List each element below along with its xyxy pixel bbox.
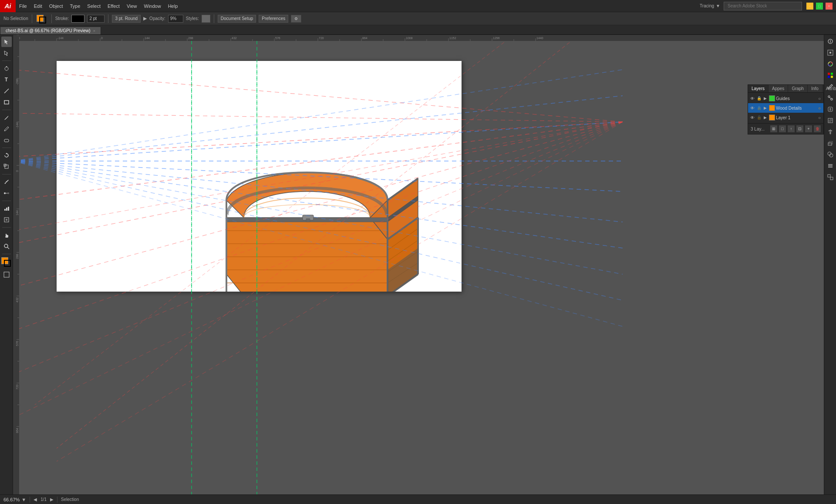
pencil-tool[interactable] xyxy=(1,124,12,134)
pen-tool[interactable] xyxy=(1,63,12,74)
rotate-tool[interactable] xyxy=(1,150,12,161)
delete-layer-button[interactable]: 🗑 xyxy=(814,125,821,132)
appearance-icon[interactable] xyxy=(826,116,835,125)
artboard-nav-next[interactable]: ▶ xyxy=(50,497,54,502)
change-screen-mode[interactable] xyxy=(1,269,12,280)
stroke-color-box[interactable] xyxy=(4,260,11,267)
new-layer-button[interactable]: + xyxy=(805,125,812,132)
move-to-layer-button[interactable]: ↑ xyxy=(788,125,795,132)
scale-tool[interactable] xyxy=(1,161,12,172)
minimize-button[interactable]: − xyxy=(806,3,813,10)
styles-swatch[interactable] xyxy=(202,15,210,23)
close-button[interactable]: × xyxy=(826,3,833,10)
attrib-tab[interactable]: Attrib xyxy=(823,85,836,92)
menu-window[interactable]: Window xyxy=(141,0,165,12)
layer-target-layer1[interactable]: ○ xyxy=(816,115,823,120)
search-stock-input[interactable] xyxy=(724,2,802,10)
fill-stroke-boxes xyxy=(1,257,12,268)
menu-object[interactable]: Object xyxy=(46,0,67,12)
menu-effect[interactable]: Effect xyxy=(104,0,123,12)
zoom-tool[interactable] xyxy=(1,241,12,252)
menu-edit[interactable]: Edit xyxy=(30,0,46,12)
artboards-icon[interactable] xyxy=(826,172,835,182)
hand-tool[interactable] xyxy=(1,230,12,240)
graph-tab[interactable]: Graph xyxy=(788,85,808,92)
eyedropper-tool[interactable] xyxy=(1,177,12,187)
layer-row-wood-details[interactable]: 👁 🔒 ▶ Wood Details ○ xyxy=(748,103,823,113)
layer-expand-layer1[interactable]: ▶ xyxy=(762,115,768,120)
svg-rect-58 xyxy=(13,35,19,494)
appes-tab[interactable]: Appes xyxy=(769,85,788,92)
layer-expand-wood[interactable]: ▶ xyxy=(762,106,768,110)
document-tab[interactable]: chest-BS.ai @ 66.67% (RGB/GPU Preview) × xyxy=(0,27,101,34)
stroke-color-swatch[interactable] xyxy=(71,15,84,23)
layers-tab[interactable]: Layers xyxy=(748,85,769,92)
layer-name-layer1: Layer 1 xyxy=(776,115,816,120)
color-icon[interactable] xyxy=(826,59,835,69)
graph-tool[interactable] xyxy=(1,203,12,214)
properties-icon[interactable] xyxy=(826,37,835,46)
align-icon[interactable] xyxy=(826,127,835,137)
navigator-icon[interactable] xyxy=(826,48,835,57)
rect-tool[interactable] xyxy=(1,97,12,108)
artboard-tool[interactable] xyxy=(1,215,12,225)
transform-icon[interactable] xyxy=(826,138,835,148)
layer-target-guides[interactable]: ○ xyxy=(816,96,823,101)
swatches-icon[interactable] xyxy=(826,71,835,80)
zoom-dropdown-icon[interactable]: ▼ xyxy=(21,497,26,502)
menu-file[interactable]: File xyxy=(16,0,30,12)
menu-help[interactable]: Help xyxy=(165,0,182,12)
opacity-input[interactable] xyxy=(168,15,183,23)
tool-sep-7 xyxy=(2,254,11,254)
menu-type[interactable]: Type xyxy=(67,0,84,12)
maximize-button[interactable]: □ xyxy=(816,3,823,10)
status-div-1 xyxy=(30,497,30,503)
layer-visibility-guides[interactable]: 👁 xyxy=(749,96,756,101)
template-button[interactable]: ⊡ xyxy=(796,125,803,132)
new-layer-from-selection-button[interactable]: ⊞ xyxy=(770,125,777,132)
symbols-icon[interactable] xyxy=(826,93,835,103)
stroke-width-input[interactable] xyxy=(87,15,104,23)
layer-lock-guides[interactable]: 🔒 xyxy=(756,96,762,101)
menu-view[interactable]: View xyxy=(123,0,141,12)
layer-visibility-layer1[interactable]: 👁 xyxy=(749,115,756,120)
pathfinder-icon[interactable] xyxy=(826,150,835,159)
layer-expand-guides[interactable]: ▶ xyxy=(762,96,768,101)
artboard-nav-prev[interactable]: ◀ xyxy=(34,497,37,502)
info-tab[interactable]: Info xyxy=(808,85,823,92)
zoom-control[interactable]: 66.67% ▼ xyxy=(3,497,26,502)
preferences-button[interactable]: Preferences xyxy=(259,15,288,23)
svg-text:576: 576 xyxy=(275,37,280,40)
layer-visibility-wood[interactable]: 👁 xyxy=(749,106,756,111)
layers-side-icon[interactable] xyxy=(826,161,835,171)
svg-text:720: 720 xyxy=(16,384,19,390)
svg-rect-97 xyxy=(306,218,310,222)
tab-close-button[interactable]: × xyxy=(93,29,95,33)
menu-select[interactable]: Select xyxy=(84,0,104,12)
svg-rect-6 xyxy=(4,164,6,166)
stroke-box[interactable] xyxy=(39,17,46,24)
layer-row-layer1[interactable]: 👁 🔒 ▶ Layer 1 ○ xyxy=(748,113,823,122)
create-sublayer-button[interactable]: □ xyxy=(779,125,786,132)
extra-options-button[interactable]: ⚙ xyxy=(291,15,301,23)
direct-selection-tool[interactable] xyxy=(1,48,12,58)
svg-rect-18 xyxy=(4,272,9,277)
layer-target-wood[interactable]: ○ xyxy=(816,106,823,111)
tool-sep-2 xyxy=(2,110,11,110)
svg-rect-19 xyxy=(13,35,824,41)
selection-tool[interactable] xyxy=(1,37,12,47)
line-tool[interactable] xyxy=(1,86,12,96)
svg-rect-13 xyxy=(8,207,9,211)
type-tool[interactable]: T xyxy=(1,74,12,85)
canvas-area[interactable]: -288 -144 0 144 288 432 xyxy=(13,35,824,494)
eraser-tool[interactable] xyxy=(1,135,12,145)
layer-name-wood: Wood Details xyxy=(776,106,816,111)
layer-row-guides[interactable]: 👁 🔒 ▶ Guides ○ xyxy=(748,94,823,103)
graphic-styles-icon[interactable] xyxy=(826,104,835,114)
paintbrush-tool[interactable] xyxy=(1,112,12,123)
round-cap-button[interactable]: 3 pt. Round xyxy=(112,15,141,23)
blend-tool[interactable] xyxy=(1,188,12,198)
divider-3 xyxy=(108,14,108,23)
tab-filename: chest-BS.ai @ 66.67% (RGB/GPU Preview) xyxy=(6,28,91,33)
document-setup-button[interactable]: Document Setup xyxy=(218,15,256,23)
